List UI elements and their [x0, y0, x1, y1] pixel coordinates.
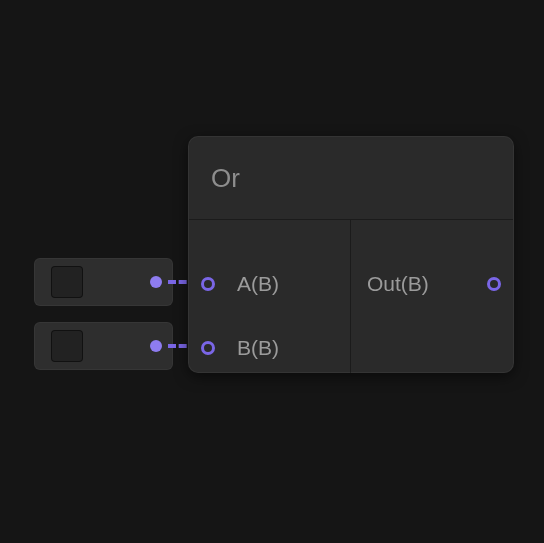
node-graph-canvas[interactable]: Or A(B) B(B) Out(B) — [0, 0, 544, 543]
input-row-b[interactable]: B(B) — [189, 332, 350, 364]
node-title: Or — [211, 163, 240, 194]
output-label: Out(B) — [367, 272, 465, 296]
node-inputs-column: A(B) B(B) — [189, 220, 351, 373]
output-row[interactable]: Out(B) — [351, 268, 513, 300]
checkbox-a[interactable] — [51, 266, 83, 298]
checkbox-b[interactable] — [51, 330, 83, 362]
node-body: A(B) B(B) Out(B) — [189, 220, 513, 373]
input-label-b: B(B) — [237, 336, 334, 360]
input-row-a[interactable]: A(B) — [189, 268, 350, 300]
node-outputs-column: Out(B) — [351, 220, 513, 373]
input-label-a: A(B) — [237, 272, 334, 296]
input-widget-b[interactable] — [34, 322, 173, 370]
output-port-icon[interactable] — [150, 276, 162, 288]
input-port-icon[interactable] — [201, 341, 215, 355]
output-port-icon[interactable] — [487, 277, 501, 291]
input-widget-a[interactable] — [34, 258, 173, 306]
or-node[interactable]: Or A(B) B(B) Out(B) — [188, 136, 514, 373]
output-port-icon[interactable] — [150, 340, 162, 352]
input-port-icon[interactable] — [201, 277, 215, 291]
node-header[interactable]: Or — [189, 137, 513, 220]
